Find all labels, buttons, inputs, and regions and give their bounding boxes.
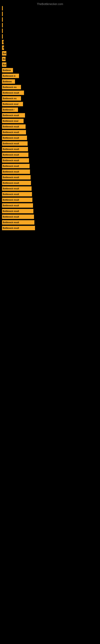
bar: Bottleneck result <box>2 198 32 202</box>
bar: Bottleneck result <box>2 141 28 146</box>
bar-label: Bottleneck result <box>3 199 19 201</box>
bar: Bottleneck result <box>2 130 26 134</box>
bar-label: Bottleneck result <box>3 227 19 229</box>
bar-row: Bottleneck result <box>2 90 100 95</box>
bar-row: Bottleneck resul <box>2 102 100 106</box>
bar-label: Bottleneck result <box>3 193 19 196</box>
bar-label: Bottleneck resul <box>3 103 18 105</box>
bar-row: Bottleneck result <box>2 147 100 151</box>
bar-row: Bottleneck result <box>2 170 100 174</box>
bar-row <box>2 34 100 39</box>
bar <box>2 23 3 27</box>
bar-row: Bottleneck resul <box>2 119 100 123</box>
bar-label: Bottleneck r <box>3 109 14 111</box>
bar: Bottleneck result <box>2 147 28 151</box>
bar-row <box>2 12 100 16</box>
bar: Bottleneck result <box>2 186 32 191</box>
bar: Bot <box>2 62 6 67</box>
bar-row: Bottleneck result <box>2 198 100 202</box>
bar-row: Bottleneck result <box>2 186 100 191</box>
bar: Bottlenec <box>2 79 15 84</box>
bar-row <box>2 23 100 27</box>
bar-row: Bot <box>2 62 100 67</box>
bar-row: Bottleneck result <box>2 152 100 157</box>
bar: Bottleneck result <box>2 124 26 129</box>
bar-label: Bo <box>3 58 5 60</box>
bar-label: Bottlene <box>3 69 11 72</box>
bar-label: Bottleneck result <box>3 171 19 173</box>
bar-label: Bottleneck result <box>3 204 19 207</box>
bar: Bottleneck re <box>2 74 19 78</box>
bar-row: Bottleneck result <box>2 136 100 140</box>
bar <box>2 6 3 10</box>
bar: Bottleneck result <box>2 152 28 157</box>
bar <box>2 34 3 39</box>
bar-row: Bottleneck result <box>2 203 100 208</box>
bar-label: Bottleneck result <box>3 176 19 178</box>
bar-row: Bottlene <box>2 68 100 72</box>
bar-label: Bot <box>3 52 6 54</box>
bar: Bottleneck result <box>2 203 33 208</box>
bar: Bottleneck result <box>2 226 35 230</box>
bar-row: Bottleneck res <box>2 96 100 100</box>
bar-label: Bottleneck result <box>3 92 19 94</box>
bar: Bottleneck result <box>2 113 25 118</box>
bar-label: Bottleneck result <box>3 137 19 139</box>
bar-row: Bo <box>2 57 100 61</box>
bar-label: B <box>3 47 4 49</box>
bar-row: Bottleneck result <box>2 141 100 146</box>
bar-label: Bottleneck result <box>3 165 19 167</box>
bar-label: Bottleneck result <box>3 182 19 184</box>
bar-row: Bottleneck result <box>2 214 100 219</box>
bar <box>2 12 3 16</box>
bar: Bottlene <box>2 68 13 72</box>
bar-row <box>2 6 100 10</box>
bar-label: Bottleneck res <box>3 86 17 88</box>
bar-label: Bottleneck result <box>3 126 19 128</box>
bar-label: Bottleneck result <box>3 142 19 145</box>
bar-label: Bottleneck result <box>3 148 19 150</box>
bar-row: Bottleneck result <box>2 192 100 196</box>
bar: Bottleneck result <box>2 90 24 95</box>
bar-row: Bottleneck result <box>2 130 100 134</box>
bar: Bottleneck res <box>2 85 21 89</box>
bar-row: Bottleneck result <box>2 181 100 185</box>
bar-label: Bottleneck result <box>3 188 19 190</box>
bar-row: Bot <box>2 51 100 56</box>
bar-row <box>2 28 100 33</box>
bar-label: Bottleneck result <box>3 222 19 224</box>
bar: Bottleneck result <box>2 164 30 168</box>
bar: Bottleneck result <box>2 175 31 180</box>
bar: Bottleneck result <box>2 220 34 224</box>
bar-row: Bottleneck re <box>2 74 100 78</box>
bar-label: Bottleneck resul <box>3 120 18 122</box>
bar-row: Bottleneck result <box>2 124 100 129</box>
bar: Bottleneck result <box>2 158 29 162</box>
bar: Bo <box>2 57 6 61</box>
bar-label: Bottleneck result <box>3 160 19 162</box>
bar-label: Bottleneck result <box>3 131 19 134</box>
bar: Bottleneck r <box>2 108 18 112</box>
bar-row: Bottleneck result <box>2 113 100 118</box>
bar-row: Bottleneck result <box>2 209 100 213</box>
bar-row: B <box>2 46 100 50</box>
bars-container: BBBotBoBotBottleneBottleneck reBottlenec… <box>0 6 100 232</box>
bar-label: Bottlenec <box>3 80 12 83</box>
bar-row: Bottlenec <box>2 79 100 84</box>
bar: Bottleneck result <box>2 170 30 174</box>
bar: Bottleneck result <box>2 181 31 185</box>
bar: Bottleneck resul <box>2 119 24 123</box>
bar: B <box>2 40 3 44</box>
bar-label: Bottleneck result <box>3 114 19 116</box>
bar-row: Bottleneck result <box>2 175 100 180</box>
bar <box>2 17 3 22</box>
bar-row: B <box>2 40 100 44</box>
bar-label: Bottleneck res <box>3 98 17 100</box>
bar: Bottleneck result <box>2 214 34 219</box>
bar-row: Bottleneck result <box>2 158 100 162</box>
bar: Bottleneck resul <box>2 102 23 106</box>
bar-row: Bottleneck result <box>2 164 100 168</box>
bar-label: Bottleneck result <box>3 154 19 156</box>
bar-row: Bottleneck r <box>2 108 100 112</box>
bar: Bot <box>2 51 6 56</box>
